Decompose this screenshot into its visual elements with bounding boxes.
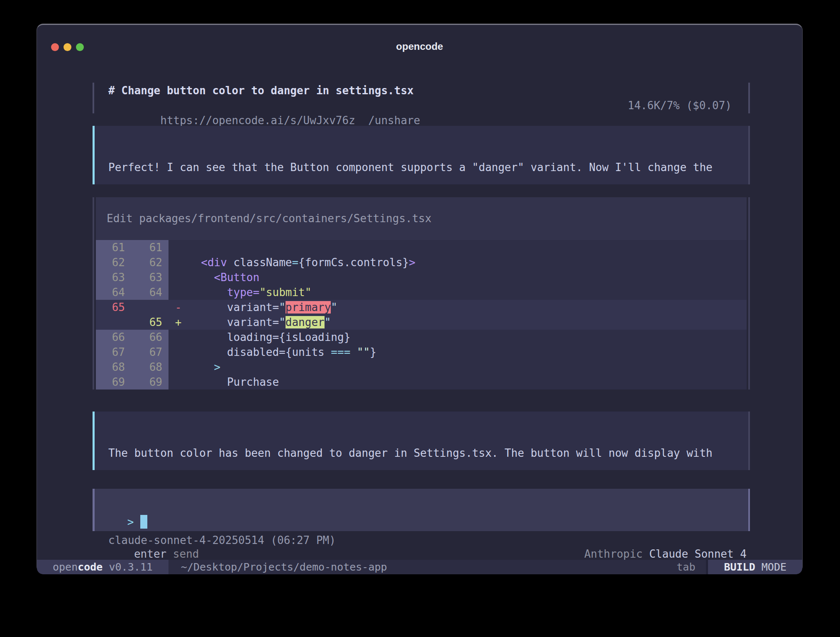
app-version: v0.3.11 <box>103 561 152 573</box>
model-label: Claude Sonnet 4 <box>649 548 747 560</box>
edit-tool-card: Edit packages/frontend/src/containers/Se… <box>93 197 750 390</box>
status-bar: opencode v0.3.11 ~/Desktop/Projects/demo… <box>37 560 802 574</box>
opencode-window: opencode # Change button color to danger… <box>37 24 803 573</box>
working-directory: ~/Desktop/Projects/demo-notes-app <box>181 561 387 573</box>
diff-row: 6666 loading={isLoading} <box>96 330 747 345</box>
message-line: Perfect! I can see that the Button compo… <box>108 160 740 175</box>
diff-row: 6262 <div className={formCs.controls}> <box>96 255 747 270</box>
prompt-chevron: > <box>127 516 134 528</box>
unshare-command[interactable]: /unshare <box>368 114 420 127</box>
text-cursor <box>140 515 147 529</box>
session-title: # Change button color to danger in setti… <box>108 83 732 98</box>
mode-suffix: MODE <box>755 561 786 573</box>
diff-row: 65 - variant="primary" <box>96 300 747 315</box>
mode-chip: BUILD MODE <box>708 560 802 574</box>
diff-row: 6161 <box>96 240 747 255</box>
hint-row: enter send Anthropic Claude Sonnet 4 <box>93 535 750 549</box>
enter-key-hint: enter <box>134 548 166 560</box>
diff-row: 6868 > <box>96 360 747 375</box>
assistant-message: The button color has been changed to dan… <box>93 412 750 470</box>
share-url-link[interactable]: https://opencode.ai/s/UwJxv76z <box>160 114 355 127</box>
send-action-label: send <box>173 548 199 560</box>
session-header: # Change button color to danger in setti… <box>93 83 750 113</box>
provider-label: Anthropic <box>584 548 643 560</box>
diff-row: 6767 disabled={units === ""} <box>96 345 747 360</box>
app-name-code: code <box>78 561 103 573</box>
diff-row: 6363 <Button <box>96 270 747 285</box>
diff-table: 61616262 <div className={formCs.controls… <box>96 240 747 390</box>
window-title: opencode <box>37 41 802 52</box>
title-bar: opencode <box>37 25 802 51</box>
app-name-open: open <box>53 561 78 573</box>
mode-name: BUILD <box>724 561 755 573</box>
edit-file-path: Edit packages/frontend/src/containers/Se… <box>96 197 747 240</box>
assistant-message: Perfect! I can see that the Button compo… <box>93 126 750 184</box>
app-version-chip: opencode v0.3.11 <box>37 560 168 574</box>
diff-row: 6464 type="submit" <box>96 285 747 300</box>
prompt-input[interactable]: > <box>93 489 750 531</box>
diff-row: 65 + variant="danger" <box>96 315 747 330</box>
message-line: The button color has been changed to dan… <box>108 446 740 461</box>
diff-row: 6969 Purchase <box>96 375 747 390</box>
tab-key-hint: tab <box>676 561 695 573</box>
